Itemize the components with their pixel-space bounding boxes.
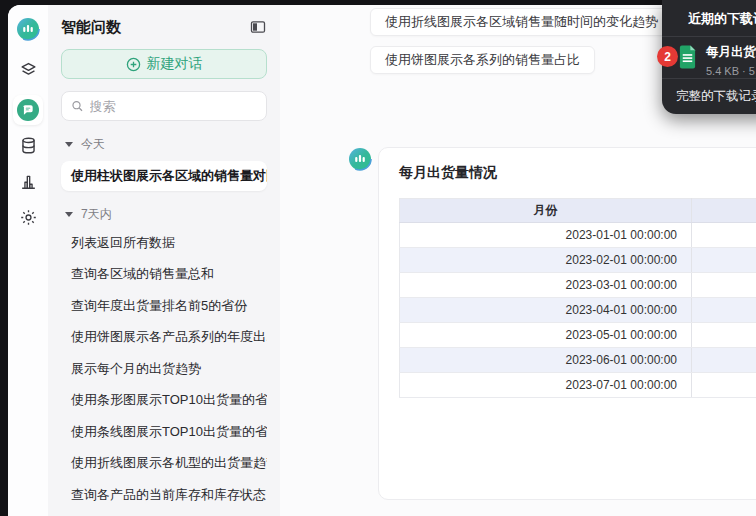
history-item[interactable]: 列表返回所有数据 bbox=[61, 227, 267, 259]
csv-file-icon bbox=[678, 45, 697, 69]
table-row: 2023-04-01 00:00:00 bbox=[400, 298, 756, 323]
table-header-second bbox=[692, 199, 756, 223]
database-icon[interactable] bbox=[18, 135, 38, 155]
page-title: 智能问数 bbox=[61, 18, 121, 37]
table-cell-second bbox=[692, 348, 756, 373]
collapse-panel-icon[interactable] bbox=[249, 18, 267, 36]
downloads-show-all-link[interactable]: 完整的下载记录 bbox=[662, 79, 756, 115]
caret-down-icon bbox=[65, 212, 73, 217]
result-table: 月份 2023-01-01 00:00:00 bbox=[399, 198, 756, 398]
suggestion-chip[interactable]: 使用饼图展示各系列的销售量占比 bbox=[370, 46, 595, 74]
section-week[interactable]: 7天内 bbox=[61, 201, 267, 227]
suggestion-chip[interactable]: 使用折线图展示各区域销售量随时间的变化趋势 bbox=[370, 8, 673, 36]
gear-icon[interactable] bbox=[18, 207, 38, 227]
search-icon bbox=[71, 99, 84, 113]
icon-rail bbox=[8, 5, 48, 516]
table-cell-month: 2023-04-01 00:00:00 bbox=[400, 298, 692, 323]
history-item[interactable]: 查询各产品的当前库存和库存状态 bbox=[61, 479, 267, 511]
search-box[interactable] bbox=[61, 91, 267, 121]
result-card-title: 每月出货量情况 bbox=[399, 164, 756, 182]
download-count-badge: 2 bbox=[657, 46, 678, 67]
search-input[interactable] bbox=[90, 99, 257, 114]
sidebar-header: 智能问数 bbox=[61, 5, 267, 49]
table-cell-second bbox=[692, 223, 756, 248]
table-body: 2023-01-01 00:00:00 2023-02-01 00:00:00 … bbox=[400, 223, 756, 398]
section-week-label: 7天内 bbox=[81, 206, 112, 223]
chat-bubble-icon bbox=[17, 99, 39, 121]
table-cell-month: 2023-05-01 00:00:00 bbox=[400, 323, 692, 348]
table-cell-second bbox=[692, 248, 756, 273]
sidebar-panel: 智能问数 新建对话 今天 使用柱状图展示各区域的销售量对比 bbox=[48, 5, 280, 516]
downloads-title: 近期的下载记录 bbox=[662, 0, 756, 37]
table-row: 2023-06-01 00:00:00 bbox=[400, 348, 756, 373]
new-chat-button[interactable]: 新建对话 bbox=[61, 49, 267, 79]
suggestion-chips: 使用折线图展示各区域销售量随时间的变化趋势 使用饼图展示各系列的销售量占比 bbox=[370, 8, 673, 74]
app-window: 智能问数 新建对话 今天 使用柱状图展示各区域的销售量对比 bbox=[8, 5, 756, 516]
assistant-message: 每月出货量情况 月份 2023-01-01 00:00:00 bbox=[348, 147, 756, 500]
download-file-name: 每月出货量情况.csv bbox=[706, 44, 756, 61]
table-cell-second bbox=[692, 298, 756, 323]
table-cell-second bbox=[692, 273, 756, 298]
plus-circle-icon bbox=[126, 57, 141, 72]
table-row: 2023-03-01 00:00:00 bbox=[400, 273, 756, 298]
table-cell-month: 2023-03-01 00:00:00 bbox=[400, 273, 692, 298]
history-list: 列表返回所有数据 查询各区域的销售量总和 查询年度出货量排名前5的省份 使用饼图… bbox=[61, 227, 267, 511]
table-cell-second bbox=[692, 373, 756, 398]
history-item[interactable]: 使用条线图展示TOP10出货量的省份 bbox=[61, 416, 267, 448]
table-cell-month: 2023-01-01 00:00:00 bbox=[400, 223, 692, 248]
new-chat-label: 新建对话 bbox=[147, 55, 203, 73]
history-item[interactable]: 使用条形图展示TOP10出货量的省份 bbox=[61, 385, 267, 417]
table-cell-month: 2023-06-01 00:00:00 bbox=[400, 348, 692, 373]
download-item[interactable]: 2 每月出货量情况.csv 5.4 KB · 5 分钟前 bbox=[662, 37, 756, 79]
history-item[interactable]: 展示每个月的出货趋势 bbox=[61, 353, 267, 385]
bar-chart-icon[interactable] bbox=[18, 171, 38, 191]
table-cell-month: 2023-07-01 00:00:00 bbox=[400, 373, 692, 398]
section-today-label: 今天 bbox=[81, 136, 105, 153]
history-item[interactable]: 查询年度出货量排名前5的省份 bbox=[61, 290, 267, 322]
table-row: 2023-05-01 00:00:00 bbox=[400, 323, 756, 348]
assistant-avatar bbox=[348, 147, 372, 171]
layers-icon[interactable] bbox=[18, 59, 38, 79]
history-item-active[interactable]: 使用柱状图展示各区域的销售量对比 bbox=[61, 161, 267, 191]
history-item[interactable]: 使用折线图展示各机型的出货量趋势 bbox=[61, 448, 267, 480]
table-row: 2023-02-01 00:00:00 bbox=[400, 248, 756, 273]
table-row: 2023-01-01 00:00:00 bbox=[400, 223, 756, 248]
section-today[interactable]: 今天 bbox=[61, 131, 267, 157]
result-card: 每月出货量情况 月份 2023-01-01 00:00:00 bbox=[378, 147, 756, 500]
caret-down-icon bbox=[65, 142, 73, 147]
table-cell-month: 2023-02-01 00:00:00 bbox=[400, 248, 692, 273]
table-row: 2023-07-01 00:00:00 bbox=[400, 373, 756, 398]
downloads-popup: 近期的下载记录 2 每月出货量情况.csv 5.4 KB · 5 分钟前 完整的… bbox=[662, 0, 756, 114]
download-file-meta: 5.4 KB · 5 分钟前 bbox=[706, 64, 756, 79]
app-logo bbox=[16, 17, 40, 41]
table-cell-second bbox=[692, 323, 756, 348]
chat-nav-active[interactable] bbox=[13, 95, 43, 125]
history-item[interactable]: 查询各区域的销售量总和 bbox=[61, 259, 267, 291]
history-item[interactable]: 使用饼图展示各产品系列的年度出... bbox=[61, 322, 267, 354]
table-header-month: 月份 bbox=[400, 199, 692, 223]
